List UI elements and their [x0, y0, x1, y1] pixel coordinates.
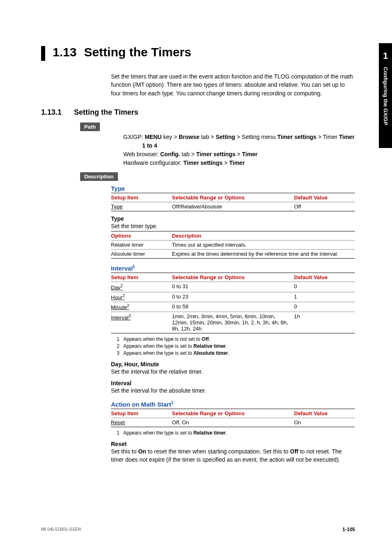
footer-left: IM 04L51B01-01EN	[41, 527, 81, 532]
td-option-desc: Times out at specified intervals.	[172, 240, 355, 250]
td-options: Off, On	[172, 418, 294, 427]
interval-notes: 1 Appears when the type is not set to Of…	[111, 336, 355, 356]
td-setup-item: Reset	[111, 418, 172, 427]
table-row: Reset Off, On On	[111, 418, 355, 427]
type-title: Type	[111, 185, 355, 192]
path-key: Timer settings	[277, 134, 316, 140]
footer-page-number: 1-105	[342, 527, 355, 532]
path-line-3: Hardware configurator: Timer settings > …	[123, 159, 355, 167]
superscript: 1	[171, 400, 174, 405]
action-note-1: 1 Appears when the type is set to Relati…	[111, 430, 355, 437]
th-default: Default Value	[294, 409, 355, 418]
note-3: 3 Appears when the type is set to Absolu…	[111, 350, 355, 357]
page-footer: IM 04L51B01-01EN 1-105	[41, 527, 355, 532]
dhm-title: Day, Hour, Minute	[111, 361, 355, 368]
interval-table: Setup Item Selectable Range or Options D…	[111, 273, 355, 333]
table-row: Type Off/Relative/Absolute Off	[111, 202, 355, 211]
page: 1 Configuring the GX/GP 1.13 Setting the…	[0, 0, 392, 555]
table-header-row: Options Description	[111, 231, 355, 240]
reset-title: Reset	[111, 441, 355, 447]
link-type[interactable]: Type	[111, 204, 122, 210]
link-reset[interactable]: Reset	[111, 419, 125, 426]
description-pill-wrap: Description	[80, 172, 355, 183]
td-options: Off/Relative/Absolute	[172, 202, 294, 211]
td-options: 0 to 31	[172, 282, 294, 292]
th-default: Default Value	[294, 273, 355, 282]
path-key: Timer	[339, 134, 355, 140]
superscript: 1	[133, 264, 135, 269]
intro-paragraph: Set the timers that are used in the even…	[111, 72, 355, 97]
heading-1-title: Setting the Timers	[84, 45, 191, 59]
td-setup-item: Minute2	[111, 302, 172, 312]
heading-1-number: 1.13	[53, 45, 76, 59]
path-key: Timer settings	[196, 151, 235, 157]
heading-2-number: 1.13.1	[41, 108, 74, 117]
th-setup-item: Setup Item	[111, 273, 172, 282]
td-default: 0	[294, 302, 355, 312]
td-options: 0 to 59	[172, 302, 294, 312]
th-options: Selectable Range or Options	[172, 273, 294, 282]
td-setup-item: Hour2	[111, 292, 172, 302]
heading-2-row: 1.13.1 Setting the Timers	[41, 108, 355, 117]
th-options: Selectable Range or Options	[172, 409, 294, 418]
path-key: Config.	[160, 151, 180, 157]
bold-on: On	[138, 448, 146, 455]
table-row: Day2 0 to 31 0	[111, 282, 355, 292]
interval-sub-text: Set the interval for the absolute timer.	[111, 386, 355, 395]
path-text: >	[223, 160, 229, 166]
path-text: > Setting menu	[235, 134, 277, 140]
table-row: Absolute timer Expires at the times dete…	[111, 250, 355, 259]
link-minute[interactable]: Minute2	[111, 304, 129, 310]
td-setup-item: Type	[111, 202, 172, 211]
td-options: 0 to 23	[172, 292, 294, 302]
td-default: Off	[294, 202, 355, 211]
path-key: Timer	[242, 151, 258, 157]
heading-2-title: Setting the Timers	[74, 108, 138, 117]
path-line-1: GX/GP: MENU key > Browse tab > Setting >…	[123, 133, 355, 141]
interval-title-text: Interval	[111, 265, 133, 272]
action-notes: 1 Appears when the type is set to Relati…	[111, 430, 355, 437]
th-options-desc: Description	[172, 231, 355, 240]
td-option-desc: Expires at the times determined by the r…	[172, 250, 355, 259]
type-table: Setup Item Selectable Range or Options D…	[111, 193, 355, 211]
table-row: Interval3 1min, 2min, 3min, 4min, 5min, …	[111, 312, 355, 333]
bold-off: Off	[202, 336, 209, 342]
path-pill: Path	[80, 123, 100, 131]
path-text: >	[235, 151, 242, 157]
path-key: Setting	[216, 134, 235, 140]
table-row: Minute2 0 to 59 0	[111, 302, 355, 312]
type-options-table: Options Description Relative timer Times…	[111, 231, 355, 259]
interval-section: Interval1 Setup Item Selectable Range or…	[111, 264, 355, 395]
link-day[interactable]: Day2	[111, 284, 123, 291]
th-default: Default Value	[294, 193, 355, 202]
th-options: Selectable Range or Options	[172, 193, 294, 202]
th-setup-item: Setup Item	[111, 193, 172, 202]
path-block: GX/GP: MENU key > Browse tab > Setting >…	[123, 133, 355, 167]
reset-text: Set this to On to reset the timer when s…	[111, 447, 355, 464]
td-option-name: Absolute timer	[111, 250, 172, 259]
path-key: 1 to 4	[142, 142, 157, 149]
td-default: 0	[294, 282, 355, 292]
chapter-number-side: 1	[379, 51, 392, 61]
action-title-text: Action on Math Start	[111, 401, 171, 408]
table-header-row: Setup Item Selectable Range or Options D…	[111, 193, 355, 202]
description-pill: Description	[80, 172, 118, 181]
th-options-name: Options	[111, 231, 172, 240]
table-row: Relative timer Times out at specified in…	[111, 240, 355, 250]
type-section: Type Setup Item Selectable Range or Opti…	[111, 185, 355, 259]
link-interval[interactable]: Interval3	[111, 314, 131, 321]
path-text: GX/GP:	[123, 134, 145, 140]
table-header-row: Setup Item Selectable Range or Options D…	[111, 273, 355, 282]
td-default: 1h	[294, 312, 355, 333]
td-setup-item: Day2	[111, 282, 172, 292]
dhm-text: Set the interval for the relative timer.	[111, 368, 355, 376]
link-hour[interactable]: Hour2	[111, 294, 125, 301]
bold-absolute: Absolute timer	[194, 350, 228, 356]
path-line-2: Web browser: Config. tab > Timer setting…	[123, 150, 355, 159]
td-default: 1	[294, 292, 355, 302]
bold-relative: Relative timer	[194, 430, 226, 436]
note-2: 2 Appears when the type is set to Relati…	[111, 343, 355, 350]
action-table: Setup Item Selectable Range or Options D…	[111, 409, 355, 427]
table-header-row: Setup Item Selectable Range or Options D…	[111, 409, 355, 418]
path-text: Hardware configurator:	[123, 160, 183, 166]
